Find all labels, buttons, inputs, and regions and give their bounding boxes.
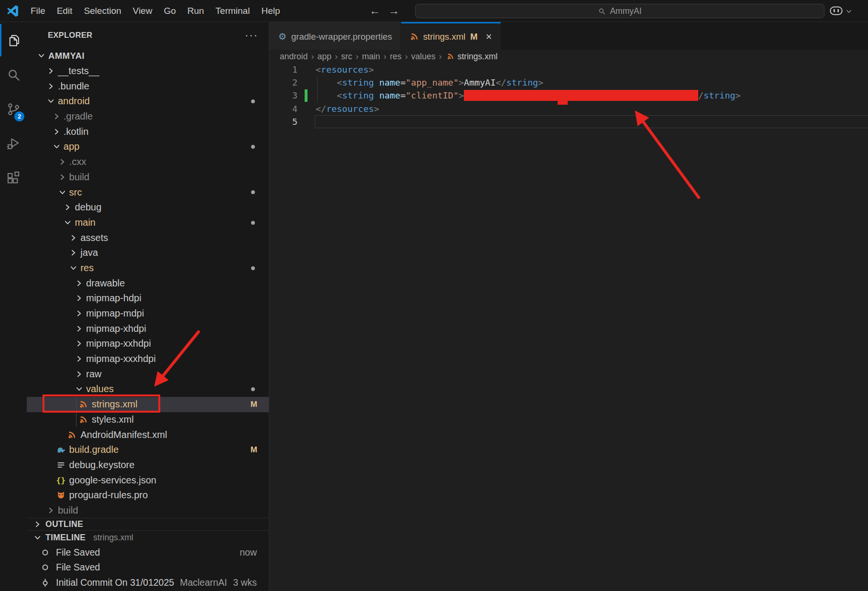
code-line-1[interactable]: 1<resources>: [269, 63, 868, 76]
circle-icon: [41, 548, 49, 557]
tree-item-android[interactable]: android: [27, 94, 269, 109]
tree-item-raw[interactable]: raw: [27, 366, 269, 382]
activity-extensions-icon[interactable]: [0, 162, 27, 194]
tree-item-drawable[interactable]: drawable: [27, 275, 269, 291]
chevron-right-icon: [53, 112, 61, 120]
tree-item-mipmap-hdpi[interactable]: mipmap-hdpi: [27, 291, 269, 306]
menu-bar: FileEditSelectionViewGoRunTerminalHelp: [25, 0, 286, 22]
tab-gradle-wrapper.properties[interactable]: ⚙gradle-wrapper.properties: [269, 22, 401, 50]
tree-item-styles.xml[interactable]: styles.xml: [27, 412, 269, 427]
tree-item-label: mipmap-hdpi: [86, 293, 142, 304]
breadcrumb-item[interactable]: values: [411, 52, 436, 62]
breadcrumb-item[interactable]: main: [362, 52, 380, 62]
chevron-down-icon[interactable]: [846, 8, 852, 15]
breadcrumb-item[interactable]: src: [341, 52, 352, 62]
command-center-search[interactable]: AmmyAI: [415, 4, 824, 18]
nav-back-arrow[interactable]: ←: [369, 0, 380, 22]
timeline-section-header[interactable]: TIMELINE strings.xml: [27, 530, 269, 545]
chevron-down-icon: [58, 188, 66, 197]
tree-item-mipmap-mdpi[interactable]: mipmap-mdpi: [27, 306, 269, 321]
activity-source-control-icon[interactable]: 2: [0, 93, 27, 125]
chevron-right-icon: [75, 370, 83, 378]
timeline-item-label: File Saved: [56, 547, 100, 558]
tree-item-google-services.json[interactable]: {}google-services.json: [27, 472, 269, 488]
copilot-icon[interactable]: [830, 6, 843, 15]
menu-run[interactable]: Run: [182, 0, 210, 22]
tree-item-assets[interactable]: assets: [27, 230, 269, 245]
menu-help[interactable]: Help: [255, 0, 286, 22]
tree-item-.bundle[interactable]: .bundle: [27, 78, 269, 94]
timeline-list: File SavednowFile SavedInitial Commit On…: [27, 545, 269, 590]
breadcrumb-separator: ›: [405, 51, 407, 62]
activity-explorer-icon[interactable]: [0, 24, 27, 56]
activity-run-debug-icon[interactable]: [0, 127, 27, 160]
activity-search-icon[interactable]: [0, 58, 27, 91]
explorer-sidebar: EXPLORER ··· AMMYAI__tests__.bundleandro…: [27, 22, 269, 591]
tree-item-label: .kotlin: [64, 126, 88, 137]
tree-item-res[interactable]: res: [27, 261, 269, 276]
menu-edit[interactable]: Edit: [51, 0, 78, 22]
breadcrumb-item[interactable]: res: [390, 52, 401, 62]
chevron-down-icon: [75, 385, 83, 393]
outline-title: OUTLINE: [45, 519, 83, 529]
chevron-right-icon: [75, 355, 83, 363]
tree-item-label: build: [58, 505, 78, 516]
tree-item-strings.xml[interactable]: strings.xmlM: [27, 397, 269, 412]
tree-item-AMMYAI[interactable]: AMMYAI: [27, 48, 269, 64]
tree-item-app[interactable]: app: [27, 139, 269, 154]
tree-item-main[interactable]: main: [27, 215, 269, 230]
tree-item-AndroidManifest.xml[interactable]: AndroidManifest.xml: [27, 427, 269, 442]
tree-item-build[interactable]: build: [27, 170, 269, 185]
tree-item-mipmap-xhdpi[interactable]: mipmap-xhdpi: [27, 321, 269, 336]
tree-item-debug.keystore[interactable]: debug.keystore: [27, 458, 269, 473]
chevron-right-icon: [47, 67, 55, 75]
tree-item-label: mipmap-xxxhdpi: [86, 353, 156, 364]
tab-strings.xml[interactable]: strings.xmlM×: [401, 22, 501, 50]
tree-item-mipmap-xxxhdpi[interactable]: mipmap-xxxhdpi: [27, 351, 269, 367]
breadcrumb-item[interactable]: app: [318, 52, 331, 62]
menu-go[interactable]: Go: [158, 0, 181, 22]
breadcrumb-file[interactable]: strings.xml: [458, 52, 498, 62]
tree-item-.gradle[interactable]: .gradle: [27, 109, 269, 124]
vscode-window: FileEditSelectionViewGoRunTerminalHelp ←…: [0, 0, 868, 591]
breadcrumb-separator: ›: [384, 51, 386, 62]
tree-item-debug[interactable]: debug: [27, 200, 269, 215]
code-line-5[interactable]: 5: [269, 115, 868, 128]
editor-group: ⚙gradle-wrapper.propertiesstrings.xmlM× …: [269, 22, 868, 591]
menu-terminal[interactable]: Terminal: [210, 0, 256, 22]
code-line-2[interactable]: 2 <string name="app_name">AmmyAI</string…: [269, 76, 868, 89]
tree-item-values[interactable]: values: [27, 382, 269, 397]
breadcrumb-item[interactable]: android: [280, 52, 308, 62]
tree-item-java[interactable]: java: [27, 245, 269, 261]
outline-section-header[interactable]: OUTLINE: [27, 518, 269, 530]
code-editor[interactable]: 1<resources>2 <string name="app_name">Am…: [269, 63, 868, 591]
tree-item-.kotlin[interactable]: .kotlin: [27, 124, 269, 139]
tree-item-build[interactable]: build: [27, 503, 269, 518]
timeline-item[interactable]: File Saved: [27, 560, 269, 575]
chevron-down-icon: [64, 219, 72, 227]
modified-dot-badge: [251, 221, 255, 225]
code-line-3[interactable]: 3 <string name="clientID">/string>: [269, 89, 868, 102]
timeline-item[interactable]: Initial Commit On 31/012025MaclearnAI3 w…: [27, 575, 269, 591]
tree-item-proguard-rules.pro[interactable]: proguard-rules.pro: [27, 488, 269, 503]
more-actions-icon[interactable]: ···: [245, 33, 258, 38]
breadcrumb-separator: ›: [311, 51, 314, 62]
xml-icon: [410, 32, 419, 41]
tree-item-build.gradle[interactable]: build.gradleM: [27, 442, 269, 458]
tree-item-.cxx[interactable]: .cxx: [27, 154, 269, 170]
tree-item-src[interactable]: src: [27, 185, 269, 200]
nav-forward-arrow[interactable]: →: [388, 0, 399, 22]
tree-item-__tests__[interactable]: __tests__: [27, 64, 269, 79]
tree-item-mipmap-xxhdpi[interactable]: mipmap-xxhdpi: [27, 336, 269, 351]
timeline-item[interactable]: File Savednow: [27, 545, 269, 560]
code-line-4[interactable]: 4</resources>: [269, 102, 868, 115]
tree-item-label: .cxx: [69, 156, 87, 167]
menu-selection[interactable]: Selection: [78, 0, 127, 22]
keystore-file-icon: [56, 460, 66, 470]
tree-item-label: java: [80, 247, 98, 258]
menu-view[interactable]: View: [127, 0, 158, 22]
chevron-right-icon: [33, 520, 42, 528]
close-icon[interactable]: ×: [486, 32, 492, 42]
menu-file[interactable]: File: [25, 0, 51, 22]
modified-dot-badge: [251, 190, 255, 194]
